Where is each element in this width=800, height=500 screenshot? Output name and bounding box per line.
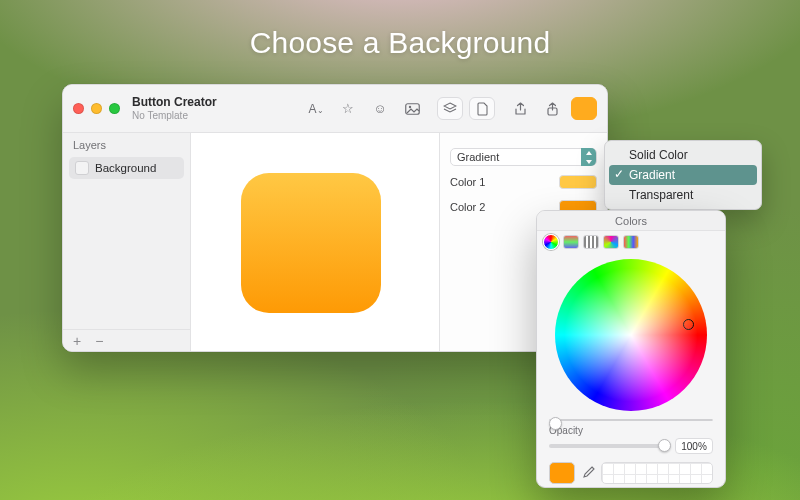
layers-header: Layers	[63, 133, 190, 155]
export-button[interactable]	[507, 97, 533, 120]
document-icon	[477, 102, 488, 116]
smiley-icon: ☺	[373, 101, 386, 116]
background-type-popup[interactable]: Gradient	[450, 148, 597, 166]
layer-row-background[interactable]: Background	[69, 157, 184, 179]
menu-item-gradient[interactable]: ✓ Gradient	[609, 165, 757, 185]
titlebar: Button Creator No Template A⌄ ☆ ☺	[63, 85, 607, 133]
svg-point-1	[408, 105, 410, 107]
document-button[interactable]	[469, 97, 495, 120]
window-title: Button Creator	[132, 96, 217, 109]
image-icon	[405, 103, 420, 115]
artboard-preview	[241, 173, 381, 313]
color-wheel-cursor-icon	[683, 319, 694, 330]
color-chip-icon	[577, 101, 592, 116]
app-window: Button Creator No Template A⌄ ☆ ☺	[62, 84, 608, 352]
color1-label: Color 1	[450, 176, 485, 188]
color-palettes-mode-icon[interactable]	[583, 235, 599, 249]
menu-label: Solid Color	[629, 148, 688, 162]
layer-label: Background	[95, 162, 156, 174]
layer-thumb-icon	[75, 161, 89, 175]
color-image-mode-icon[interactable]	[603, 235, 619, 249]
layers-button[interactable]	[437, 97, 463, 120]
zoom-window-button[interactable]	[109, 103, 120, 114]
color-mode-row	[537, 231, 725, 253]
layers-sidebar: Layers Background + −	[63, 133, 191, 351]
layers-icon	[443, 102, 457, 115]
color-picker-panel: Colors Opacity 100%	[536, 210, 726, 488]
favorite-button[interactable]: ☆	[335, 97, 361, 120]
opacity-slider[interactable]	[549, 444, 669, 448]
color-pencils-mode-icon[interactable]	[623, 235, 639, 249]
star-icon: ☆	[342, 101, 354, 116]
sidebar-footer: + −	[63, 329, 190, 351]
menu-label: Gradient	[629, 168, 675, 182]
color-wheel-mode-icon[interactable]	[543, 234, 559, 250]
window-controls	[73, 103, 120, 114]
swatch-wells[interactable]	[601, 462, 713, 484]
opacity-knob-icon	[658, 439, 671, 452]
opacity-label: Opacity	[549, 425, 713, 436]
brightness-slider[interactable]	[549, 419, 713, 421]
add-layer-button[interactable]: +	[73, 333, 81, 349]
menu-item-solid[interactable]: Solid Color	[609, 145, 757, 165]
export-icon	[514, 102, 527, 116]
emoji-button[interactable]: ☺	[367, 97, 393, 120]
color2-label: Color 2	[450, 201, 485, 213]
popup-stepper-icon	[581, 148, 596, 166]
eyedropper-icon	[581, 466, 595, 480]
opacity-value-field[interactable]: 100%	[675, 438, 713, 454]
share-button[interactable]	[539, 97, 565, 120]
minimize-window-button[interactable]	[91, 103, 102, 114]
text-icon: A	[308, 102, 316, 116]
current-color-swatch[interactable]	[549, 462, 575, 484]
page-headline: Choose a Background	[0, 26, 800, 60]
brightness-knob-icon	[549, 417, 562, 430]
text-tool-button[interactable]: A⌄	[303, 97, 329, 120]
background-type-menu: Solid Color ✓ Gradient Transparent	[604, 140, 762, 210]
color-sliders-mode-icon[interactable]	[563, 235, 579, 249]
color-chip-button[interactable]	[571, 97, 597, 120]
color-wheel[interactable]	[555, 259, 707, 411]
share-icon	[546, 102, 559, 116]
color1-swatch[interactable]	[559, 175, 597, 189]
window-title-block: Button Creator No Template	[132, 96, 217, 120]
canvas[interactable]	[191, 133, 439, 351]
image-button[interactable]	[399, 97, 425, 120]
menu-label: Transparent	[629, 188, 693, 202]
window-subtitle: No Template	[132, 110, 217, 121]
eyedropper-button[interactable]	[581, 466, 595, 480]
menu-item-transparent[interactable]: Transparent	[609, 185, 757, 205]
checkmark-icon: ✓	[614, 167, 624, 181]
color-picker-title: Colors	[537, 211, 725, 231]
background-type-value: Gradient	[457, 151, 499, 163]
remove-layer-button[interactable]: −	[95, 333, 103, 349]
close-window-button[interactable]	[73, 103, 84, 114]
